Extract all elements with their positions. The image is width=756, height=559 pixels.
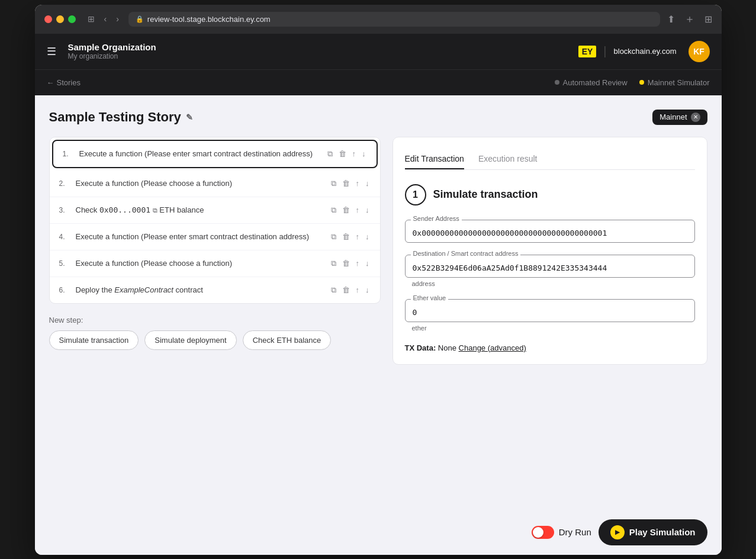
browser-actions: ⬆ ＋ ⊞ — [667, 12, 712, 26]
up-step-6[interactable]: ↑ — [355, 284, 361, 295]
step-item-1[interactable]: 1. Execute a function (Please enter smar… — [52, 140, 378, 168]
copy-step-2[interactable]: ⧉ — [330, 178, 337, 189]
step-item-5[interactable]: 5. Execute a function (Please choose a f… — [50, 250, 380, 277]
app-header: ☰ Sample Organization My organization EY… — [35, 34, 722, 69]
share-icon[interactable]: ⬆ — [667, 14, 675, 25]
step-num-4: 4. — [59, 233, 71, 241]
sender-address-input[interactable] — [405, 220, 695, 243]
copy-step-6[interactable]: ⧉ — [330, 284, 337, 296]
new-step-label: New step: — [49, 316, 381, 325]
org-name: Sample Organization — [68, 42, 567, 52]
ether-value-field: Ether value ether — [405, 299, 695, 332]
destination-address-input[interactable] — [405, 255, 695, 278]
sender-address-field: Sender Address — [405, 220, 695, 243]
tab-execution-result[interactable]: Execution result — [478, 149, 538, 169]
new-step-simulate-transaction[interactable]: Simulate transaction — [49, 330, 139, 350]
dry-run-knob — [533, 527, 543, 538]
hamburger-menu[interactable]: ☰ — [47, 45, 56, 58]
step-actions-5: ⧉ 🗑 ↑ ↓ — [330, 258, 371, 269]
up-step-5[interactable]: ↑ — [355, 258, 361, 269]
down-step-6[interactable]: ↓ — [364, 284, 371, 295]
step-text-5: Execute a function (Please choose a func… — [76, 259, 325, 268]
play-icon: ▶ — [610, 525, 625, 539]
ey-domain: blockchain.ey.com — [614, 47, 677, 56]
step-item-3[interactable]: 3. Check 0x00...0001 ⧉ ETH balance ⧉ 🗑 ↑… — [50, 197, 380, 224]
back-btn[interactable]: ‹ — [102, 13, 110, 25]
back-to-stories[interactable]: ← Stories — [47, 78, 81, 87]
automated-review-label: Automated Review — [563, 78, 628, 87]
step-actions-6: ⧉ 🗑 ↑ ↓ — [330, 284, 371, 296]
automated-review-dot — [555, 80, 559, 85]
step-item-4[interactable]: 4. Execute a function (Please enter smar… — [50, 224, 380, 250]
copy-step-1[interactable]: ⧉ — [326, 148, 334, 160]
dry-run-button[interactable]: Dry Run — [532, 526, 591, 539]
up-step-2[interactable]: ↑ — [355, 178, 361, 189]
step-item-2[interactable]: 2. Execute a function (Please choose a f… — [50, 171, 380, 197]
delete-step-1[interactable]: 🗑 — [337, 148, 348, 159]
step-item-6[interactable]: 6. Deploy the ExampleContract contract ⧉… — [50, 277, 380, 303]
step-actions-4: ⧉ 🗑 ↑ ↓ — [330, 231, 371, 243]
browser-chrome: ⊞ ‹ › 🔒 review-tool.stage.blockchain.ey.… — [35, 5, 722, 34]
dry-run-label: Dry Run — [559, 527, 591, 537]
mainnet-simulator-dot — [639, 80, 644, 85]
tab-edit-transaction[interactable]: Edit Transaction — [405, 149, 464, 169]
dry-run-toggle — [532, 526, 554, 539]
new-step-check-eth[interactable]: Check ETH balance — [243, 330, 332, 350]
minimize-button[interactable] — [56, 15, 64, 23]
sim-step-number: 1 — [405, 184, 426, 205]
edit-story-icon[interactable]: ✎ — [186, 113, 193, 122]
copy-step-5[interactable]: ⧉ — [330, 258, 337, 269]
network-badge: Mainnet ✕ — [652, 110, 707, 125]
step-text-3: Check 0x00...0001 ⧉ ETH balance — [76, 205, 325, 214]
down-step-1[interactable]: ↓ — [361, 148, 367, 159]
ey-logo: EY — [578, 46, 597, 57]
new-step-simulate-deployment[interactable]: Simulate deployment — [144, 330, 236, 350]
copy-step-3[interactable]: ⧉ — [330, 204, 337, 216]
content-grid: 1. Execute a function (Please enter smar… — [49, 137, 707, 365]
delete-step-5[interactable]: 🗑 — [341, 258, 351, 269]
sidebar-toggle[interactable]: ⊞ — [85, 13, 97, 25]
tx-data-value: None — [438, 343, 456, 352]
network-badge-close[interactable]: ✕ — [691, 113, 700, 122]
down-step-3[interactable]: ↓ — [364, 204, 371, 216]
ey-logo-area: EY | blockchain.ey.com — [578, 44, 677, 58]
delete-step-2[interactable]: 🗑 — [341, 178, 351, 189]
copy-step-4[interactable]: ⧉ — [330, 231, 337, 243]
steps-list: 1. Execute a function (Please enter smar… — [49, 137, 381, 304]
destination-address-label: Destination / Smart contract address — [411, 250, 521, 257]
address-bar[interactable]: 🔒 review-tool.stage.blockchain.ey.com — [128, 12, 660, 27]
down-step-4[interactable]: ↓ — [364, 231, 371, 242]
down-step-5[interactable]: ↓ — [364, 258, 371, 269]
new-tab-icon[interactable]: ＋ — [684, 12, 695, 26]
step-text-4: Execute a function (Please enter smart c… — [76, 232, 325, 241]
play-simulation-button[interactable]: ▶ Play Simulation — [599, 519, 707, 545]
browser-controls: ⊞ ‹ › — [85, 13, 121, 25]
up-step-1[interactable]: ↑ — [351, 148, 358, 159]
avatar: KF — [689, 41, 710, 62]
step-num-5: 5. — [59, 259, 71, 268]
maximize-button[interactable] — [68, 15, 76, 23]
delete-step-6[interactable]: 🗑 — [341, 284, 351, 295]
play-label: Play Simulation — [629, 527, 696, 537]
step-num-3: 3. — [59, 206, 71, 214]
down-step-2[interactable]: ↓ — [364, 178, 371, 189]
mainnet-simulator-nav[interactable]: Mainnet Simulator — [639, 78, 710, 87]
forward-btn[interactable]: › — [114, 13, 121, 25]
new-step-area: New step: Simulate transaction Simulate … — [49, 316, 381, 350]
lock-icon: 🔒 — [136, 15, 144, 23]
story-title-area: Sample Testing Story ✎ — [49, 110, 193, 125]
up-step-3[interactable]: ↑ — [355, 204, 361, 216]
ether-value-input[interactable] — [405, 299, 695, 322]
tx-data-row: TX Data: None Change (advanced) — [405, 343, 695, 352]
automated-review-nav[interactable]: Automated Review — [555, 78, 628, 87]
bottom-bar: Dry Run ▶ Play Simulation — [35, 510, 722, 555]
tx-data-change-link[interactable]: Change (advanced) — [459, 343, 526, 352]
step-num-6: 6. — [59, 286, 71, 294]
mainnet-simulator-label: Mainnet Simulator — [648, 78, 710, 87]
delete-step-3[interactable]: 🗑 — [341, 204, 351, 216]
nav-bar: ← Stories Automated Review Mainnet Simul… — [35, 69, 722, 95]
grid-icon[interactable]: ⊞ — [704, 14, 712, 25]
close-button[interactable] — [44, 15, 52, 23]
up-step-4[interactable]: ↑ — [355, 231, 361, 242]
delete-step-4[interactable]: 🗑 — [341, 231, 351, 242]
